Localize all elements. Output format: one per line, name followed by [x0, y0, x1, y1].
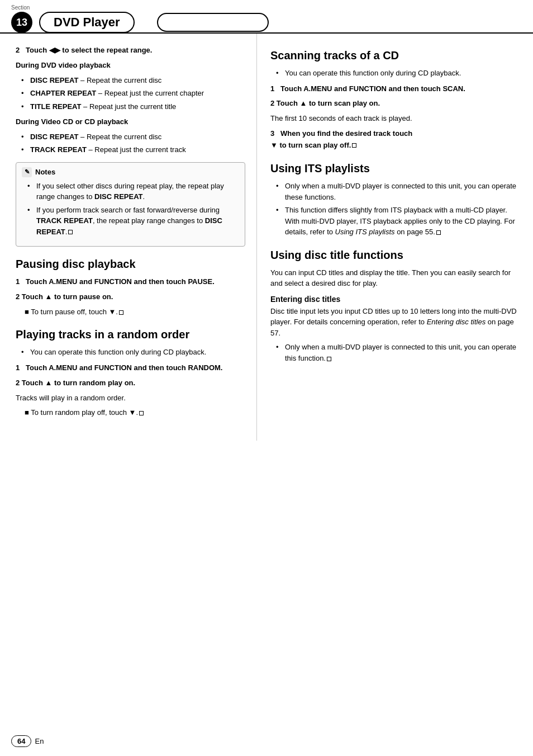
footer: 64 En	[11, 735, 44, 747]
random-step1-label: 1 Touch A.MENU and FUNCTION and then tou…	[16, 363, 222, 372]
term: TITLE REPEAT	[30, 102, 81, 111]
vcd-cd-heading: During Video CD or CD playback	[16, 116, 245, 128]
entering-bullets: Only when a multi-DVD player is connecte…	[270, 342, 520, 363]
list-item: DISC REPEAT – Repeat the current disc	[21, 131, 245, 143]
list-item: DISC REPEAT – Repeat the current disc	[21, 75, 245, 86]
disc-title-desc: You can input CD titles and display the …	[270, 267, 520, 289]
header-right-box	[157, 13, 269, 32]
term: DISC REPEAT	[30, 133, 78, 141]
term: CHAPTER REPEAT	[30, 89, 96, 97]
notes-header: ✎ Notes	[22, 167, 239, 177]
random-step2-desc: Tracks will play in a random order.	[16, 393, 245, 404]
entering-bullet-text: Only when a multi-DVD player is connecte…	[285, 343, 516, 362]
random-step1: 1 Touch A.MENU and FUNCTION and then tou…	[16, 362, 245, 374]
list-item: If you select other discs during repeat …	[27, 181, 239, 202]
repeat-range-section: 2 Touch ◀▶ to select the repeat range. D…	[16, 45, 245, 247]
end-marker	[352, 143, 356, 148]
step2-label: 2 Touch ◀▶ to select the repeat range.	[16, 46, 152, 54]
random-bullets: You can operate this function only durin…	[16, 347, 245, 358]
list-item: Only when a multi-DVD player is connecte…	[276, 342, 520, 363]
dvd-video-heading: During DVD video playback	[16, 60, 245, 72]
scanning-section: Scanning tracks of a CD You can operate …	[270, 49, 520, 151]
term: DISC REPEAT	[30, 76, 78, 84]
pausing-step1-label: 1 Touch A.MENU and FUNCTION and then tou…	[16, 277, 215, 286]
random-step2-sub: ■ To turn random play off, touch ▼.	[16, 407, 245, 418]
list-item: Only when a multi-DVD player is connecte…	[276, 181, 520, 202]
pausing-step1: 1 Touch A.MENU and FUNCTION and then tou…	[16, 276, 245, 288]
term: TRACK REPEAT	[30, 145, 87, 154]
random-heading: Playing tracks in a random order	[16, 328, 245, 341]
notes-list: If you select other discs during repeat …	[22, 181, 239, 238]
scanning-step3-cont: ▼ to turn scan play off.	[270, 141, 351, 149]
scanning-step3: 3 When you find the desired track touch …	[270, 128, 520, 152]
end-marker	[68, 230, 73, 234]
scanning-step1-label: 1 Touch A.MENU and FUNCTION and then tou…	[270, 84, 465, 93]
random-step2-label: 2 Touch ▲ to turn random play on.	[16, 379, 135, 387]
entering-desc: Disc title input lets you input CD title…	[270, 306, 520, 339]
page-number: 64	[11, 735, 31, 747]
list-item: This function differs slightly from ITS …	[276, 205, 520, 238]
list-item: TITLE REPEAT – Repeat just the current t…	[21, 101, 245, 112]
scanning-heading: Scanning tracks of a CD	[270, 49, 520, 62]
scanning-step2-label: 2 Touch ▲ to turn scan play on.	[270, 99, 380, 107]
header: Section 13 DVD Player	[0, 0, 533, 34]
pausing-step2-label: 2 Touch ▲ to turn pause on.	[16, 292, 113, 301]
track-repeat-ref: TRACK REPEAT	[36, 216, 93, 225]
scanning-bullets: You can operate this function only durin…	[270, 68, 520, 79]
pausing-step2-sub: ■ To turn pause off, touch ▼.	[16, 306, 245, 318]
language-label: En	[35, 737, 44, 745]
desc: – Repeat the current disc	[78, 76, 161, 84]
desc: – Repeat the current disc	[78, 133, 161, 141]
list-item: You can operate this function only durin…	[276, 68, 520, 79]
disc-repeat-ref: DISC REPEAT	[94, 192, 142, 201]
section-label: Section	[11, 4, 30, 11]
list-item: If you perform track search or fast forw…	[27, 205, 239, 238]
desc: – Repeat just the current title	[81, 102, 176, 111]
content-area: 2 Touch ◀▶ to select the repeat range. D…	[0, 34, 533, 441]
notes-icon: ✎	[22, 167, 32, 177]
notes-label: Notes	[35, 168, 55, 176]
notes-box: ✎ Notes If you select other discs during…	[16, 162, 245, 247]
its-italic-ref: Using ITS playlists	[335, 228, 395, 236]
pausing-heading: Pausing disc playback	[16, 258, 245, 271]
section-badge: 13	[11, 12, 32, 33]
right-column: Scanning tracks of a CD You can operate …	[257, 34, 533, 441]
left-column: 2 Touch ◀▶ to select the repeat range. D…	[0, 34, 257, 441]
pausing-step2: 2 Touch ▲ to turn pause on.	[16, 291, 245, 303]
header-title: DVD Player	[39, 12, 135, 33]
dvd-video-list: DISC REPEAT – Repeat the current disc CH…	[16, 75, 245, 112]
its-bullets: Only when a multi-DVD player is connecte…	[270, 181, 520, 238]
vcd-cd-list: DISC REPEAT – Repeat the current disc TR…	[16, 131, 245, 155]
entering-subheading: Entering disc titles	[270, 295, 520, 304]
page-container: Section 13 DVD Player 2 Touch ◀▶ to sele…	[0, 0, 533, 756]
desc: – Repeat just the current track	[87, 145, 186, 154]
scanning-step1: 1 Touch A.MENU and FUNCTION and then tou…	[270, 83, 520, 95]
disc-title-section: Using disc title functions You can input…	[270, 249, 520, 364]
end-marker	[436, 230, 441, 235]
entering-italic: Entering disc titles	[427, 318, 486, 326]
disc-title-heading: Using disc title functions	[270, 249, 520, 262]
scanning-step2-desc: The first 10 seconds of each track is pl…	[270, 113, 520, 125]
its-heading: Using ITS playlists	[270, 162, 520, 175]
its-section: Using ITS playlists Only when a multi-DV…	[270, 162, 520, 238]
random-step2-heading: 2 Touch ▲ to turn random play on.	[16, 377, 245, 389]
list-item: You can operate this function only durin…	[21, 347, 245, 358]
list-item: CHAPTER REPEAT – Repeat just the current…	[21, 88, 245, 99]
desc: – Repeat just the current chapter	[96, 89, 204, 97]
end-marker	[327, 357, 331, 361]
list-item: TRACK REPEAT – Repeat just the current t…	[21, 144, 245, 155]
end-marker	[139, 411, 144, 415]
pausing-section: Pausing disc playback 1 Touch A.MENU and…	[16, 258, 245, 317]
scanning-step3-num: 3 When you find the desired track touch	[270, 129, 412, 138]
step2-heading: 2 Touch ◀▶ to select the repeat range.	[16, 45, 245, 56]
random-section: Playing tracks in a random order You can…	[16, 328, 245, 418]
end-marker	[119, 310, 123, 315]
scanning-step2-heading: 2 Touch ▲ to turn scan play on.	[270, 98, 520, 110]
